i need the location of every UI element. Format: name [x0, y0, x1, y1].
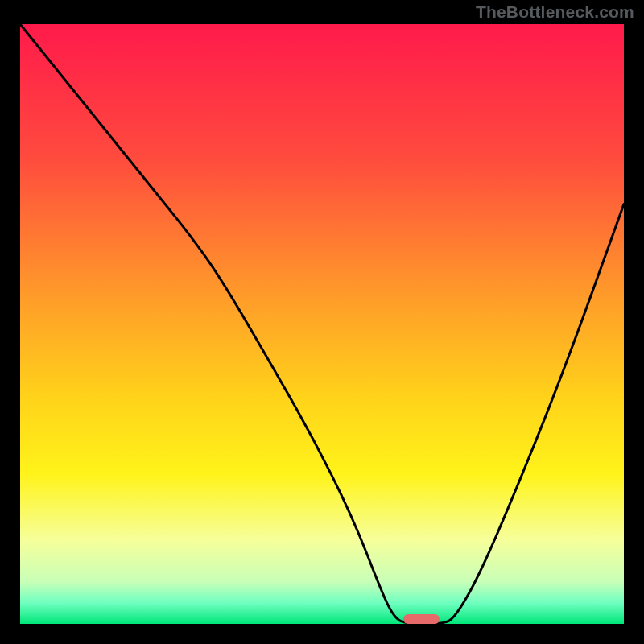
watermark-text: TheBottleneck.com	[476, 2, 634, 22]
bottleneck-curve	[20, 24, 624, 624]
plot-area	[20, 24, 624, 624]
optimal-range-marker	[403, 614, 440, 624]
chart-frame: TheBottleneck.com	[0, 0, 644, 644]
